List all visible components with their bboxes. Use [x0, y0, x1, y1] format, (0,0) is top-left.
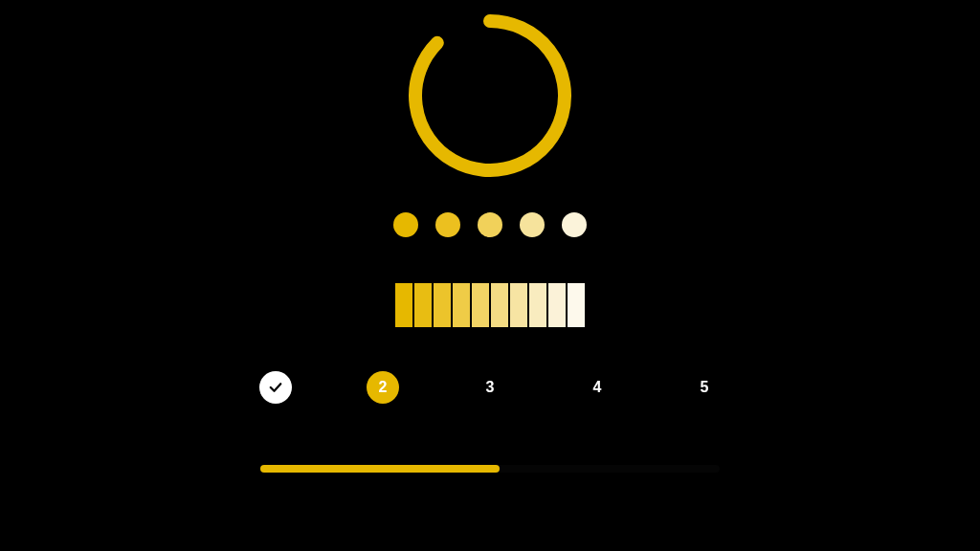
step-3[interactable]: 3 — [474, 371, 506, 404]
bar-7 — [510, 283, 527, 327]
loading-dots — [393, 212, 587, 237]
bar-2 — [414, 283, 432, 327]
loading-bars — [395, 283, 585, 327]
step-label: 5 — [701, 379, 709, 396]
step-2[interactable]: 2 — [367, 371, 399, 404]
step-label: 3 — [486, 379, 495, 396]
bar-5 — [472, 283, 489, 327]
progress-bar — [260, 465, 720, 473]
bar-3 — [434, 283, 451, 327]
check-icon — [267, 379, 284, 396]
bar-9 — [548, 283, 566, 327]
bar-1 — [395, 283, 412, 327]
bar-10 — [568, 283, 585, 327]
dot-2 — [435, 212, 460, 237]
wizard-stepper: 2 3 4 5 — [259, 371, 721, 404]
dot-5 — [562, 212, 587, 237]
bar-6 — [491, 283, 508, 327]
step-label: 4 — [593, 379, 602, 396]
dot-4 — [520, 212, 545, 237]
bar-4 — [453, 283, 470, 327]
step-1[interactable] — [259, 371, 292, 404]
progress-fill — [260, 465, 500, 473]
dot-3 — [478, 212, 502, 237]
circular-spinner — [404, 10, 576, 186]
dot-1 — [393, 212, 418, 237]
step-label: 2 — [379, 379, 388, 396]
step-5[interactable]: 5 — [688, 371, 721, 404]
step-4[interactable]: 4 — [581, 371, 613, 404]
bar-8 — [529, 283, 546, 327]
spinner-icon — [404, 10, 576, 182]
